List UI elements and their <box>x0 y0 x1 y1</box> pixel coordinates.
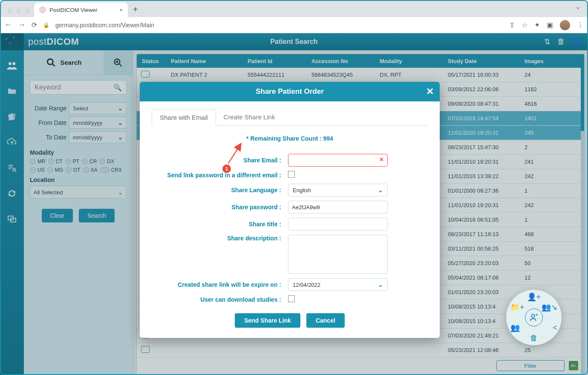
close-tab-icon[interactable]: × <box>119 7 123 13</box>
forward-icon[interactable]: → <box>18 20 26 29</box>
tabs-expand-icon[interactable]: ˅ <box>571 6 585 17</box>
label-expire: Created share link will be expire on : <box>152 281 288 288</box>
can-download-checkbox[interactable] <box>288 295 295 302</box>
label-share-lang: Share Language : <box>152 187 288 193</box>
radial-assign-users-icon[interactable]: 👥↘ <box>542 303 557 312</box>
tab-create-link[interactable]: Create Share Link <box>216 109 283 125</box>
app: postDICOM Patient Search ⇅ 🗑 👤 Search <box>0 33 588 375</box>
share-description-textarea[interactable] <box>288 235 388 274</box>
share-title-input[interactable] <box>288 218 388 231</box>
modal-header: Share Patient Order ✕ <box>140 82 440 101</box>
radial-add-folder-icon[interactable]: 📁+ <box>510 303 525 312</box>
label-download: User can download studies : <box>152 296 288 303</box>
diff-email-checkbox[interactable] <box>288 171 295 178</box>
label-share-pass: Share password : <box>152 204 288 211</box>
reload-icon[interactable]: ⟳ <box>32 21 37 29</box>
lock-icon: 🔒 <box>43 22 49 28</box>
extensions-icon[interactable]: ✦ <box>534 21 540 29</box>
radial-share-icon[interactable]: < <box>553 323 557 332</box>
url-text[interactable]: germany.postdicom.com/Viewer/Main <box>55 22 154 29</box>
window-traffic-lights[interactable] <box>3 9 34 17</box>
radial-menu[interactable]: 👤+ 👥↘ < 🗑 👥 📁+ <box>506 290 562 345</box>
label-share-email: Share Email : <box>152 157 288 164</box>
cancel-button[interactable]: Cancel <box>306 313 345 328</box>
radial-group-icon[interactable]: 👥 <box>510 323 520 332</box>
share-email-input[interactable]: ✕ <box>288 154 388 167</box>
url-bar: ← → ⟳ 🔒 germany.postdicom.com/Viewer/Mai… <box>0 17 588 33</box>
new-tab-button[interactable]: + <box>128 5 143 17</box>
label-diff-email: Send link password in a different email … <box>152 172 288 179</box>
radial-delete-icon[interactable]: 🗑 <box>530 334 538 343</box>
back-icon[interactable]: ← <box>4 20 12 29</box>
tab-strip: PostDICOM Viewer × + ˅ <box>0 0 588 17</box>
tab-share-email[interactable]: Share with Email <box>152 109 216 126</box>
clear-input-icon[interactable]: ✕ <box>379 154 384 163</box>
share-icon[interactable]: ⇪ <box>509 21 515 29</box>
send-share-link-button[interactable]: Send Share Link <box>235 313 300 328</box>
kebab-icon[interactable]: ⋮ <box>577 21 584 29</box>
sidepanel-icon[interactable]: ▣ <box>547 21 553 29</box>
share-modal: Share Patient Order ✕ Share with Email C… <box>140 82 440 338</box>
browser-chrome: PostDICOM Viewer × + ˅ ← → ⟳ 🔒 germany.p… <box>0 0 588 33</box>
expire-date-select[interactable]: 12/04/2022⌄ <box>288 278 388 291</box>
tab-title: PostDICOM Viewer <box>49 7 97 13</box>
favicon-icon <box>39 6 46 13</box>
share-language-select[interactable]: English⌄ <box>288 184 388 196</box>
radial-center-add-user-icon[interactable] <box>525 309 543 326</box>
star-icon[interactable]: ☆ <box>522 21 527 29</box>
share-password-input[interactable] <box>288 201 388 213</box>
close-icon[interactable]: ✕ <box>426 86 434 97</box>
svg-point-9 <box>532 314 535 317</box>
label-share-desc: Share description : <box>152 235 288 242</box>
profile-avatar[interactable] <box>560 20 570 30</box>
modal-tabs: Share with Email Create Share Link <box>152 109 428 126</box>
radial-add-user-icon[interactable]: 👤+ <box>527 292 541 302</box>
label-share-title: Share title : <box>152 221 288 228</box>
browser-tab[interactable]: PostDICOM Viewer × <box>34 3 128 17</box>
remaining-count: * Remaining Share Count : 994 <box>152 126 428 150</box>
